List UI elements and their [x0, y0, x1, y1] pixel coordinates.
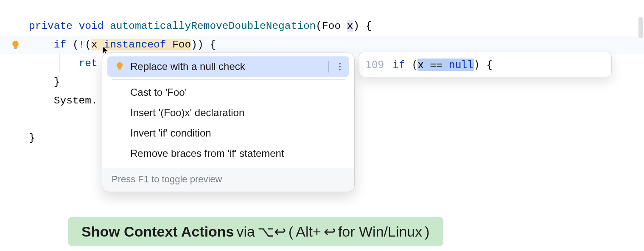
shortcut-hint-banner: Show Context Actions via ⌥↩ (Alt+↩ for W… [68, 217, 443, 246]
intention-action-label: Remove braces from 'if' statement [130, 148, 284, 159]
intention-action-item[interactable]: Replace with a null check [107, 56, 349, 77]
svg-rect-1 [118, 70, 121, 70]
keyword-fragment: ret [79, 58, 98, 69]
intention-preview-popup: 109 if (x == null) { [359, 52, 612, 77]
code-line[interactable]: } [29, 129, 35, 148]
intention-action-item[interactable]: Insert '(Foo)x' declaration [107, 103, 349, 123]
intention-action-label: Replace with a null check [130, 61, 245, 73]
keyword: if [54, 39, 66, 50]
punct: ( [316, 20, 322, 32]
intention-action-item[interactable]: Remove braces from 'if' statement [107, 143, 349, 164]
code-line[interactable]: private void automaticallyRemoveDoubleNe… [29, 17, 372, 36]
hint-action-name: Show Context Actions [81, 223, 234, 240]
change-highlight: x == null [417, 59, 474, 71]
keyword: private [29, 20, 73, 32]
intention-action-label: Insert '(Foo)x' declaration [130, 107, 244, 119]
svg-rect-0 [14, 48, 17, 49]
keyword: void [79, 20, 104, 32]
intention-action-item[interactable]: Cast to 'Foo' [107, 82, 349, 103]
code-line[interactable]: ret [29, 54, 98, 73]
code-line[interactable]: System. [29, 92, 98, 110]
code-line[interactable]: if (!(x instanceof Foo)) { [29, 36, 216, 54]
code-editor[interactable]: private void automaticallyRemoveDoubleNe… [0, 0, 644, 251]
method-name: automaticallyRemoveDoubleNegation [110, 20, 316, 32]
intention-actions-popup: Replace with a null check Cast to 'Foo' … [102, 53, 355, 192]
punct: ) { [353, 20, 372, 32]
enter-glyph: ↩ [324, 223, 336, 240]
separator [112, 79, 345, 80]
mac-shortcut: ⌥↩ [258, 223, 286, 240]
intention-action-item[interactable]: Invert 'if' condition [107, 123, 349, 143]
parameter-highlight: x [347, 20, 353, 32]
divider [328, 61, 329, 73]
more-options-icon[interactable] [337, 61, 342, 72]
code-line[interactable]: } [29, 73, 60, 92]
lightbulb-icon [10, 40, 21, 50]
type-name: Foo [322, 20, 341, 32]
inspection-highlight: x instanceof Foo [91, 39, 191, 50]
preview-code: if (x == null) { [392, 59, 493, 71]
preview-line-number: 109 [365, 59, 384, 71]
intention-action-label: Invert 'if' condition [130, 127, 211, 139]
intention-action-label: Cast to 'Foo' [130, 86, 187, 98]
intention-bulb-gutter[interactable] [10, 40, 21, 50]
popup-footer-hint: Press F1 to toggle preview [102, 168, 354, 192]
lightbulb-icon [115, 61, 125, 72]
editor-scrollbar-thumb[interactable] [638, 17, 643, 38]
